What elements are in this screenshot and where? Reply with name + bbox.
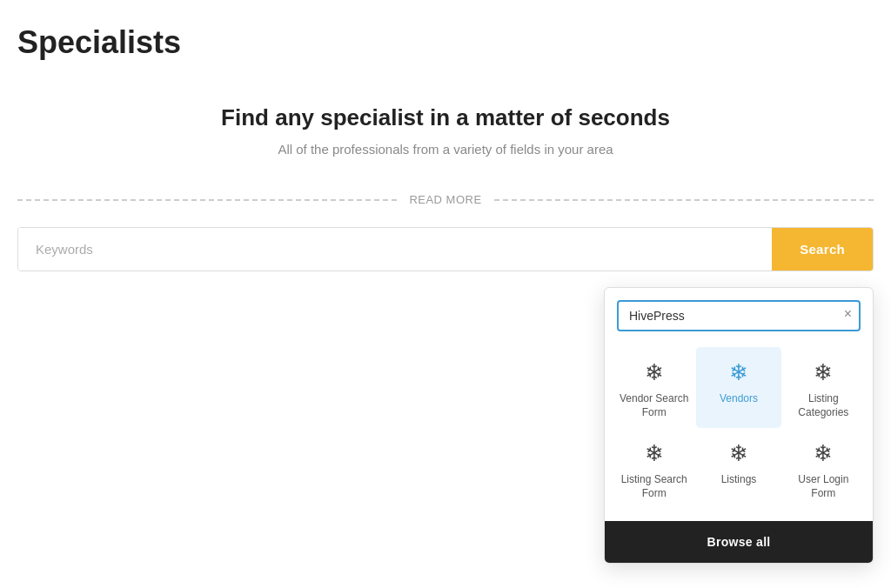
divider-line-left [17, 199, 397, 201]
keywords-input[interactable] [18, 228, 772, 271]
hero-section: Find any specialist in a matter of secon… [0, 78, 891, 193]
widget-label-vendors: Vendors [720, 392, 758, 406]
widget-label-listings: Listings [721, 473, 757, 487]
panel-search-clear-icon[interactable]: × [844, 307, 852, 321]
vendors-icon: ❄ [729, 359, 748, 386]
listing-categories-icon: ❄ [814, 359, 833, 386]
hero-heading: Find any specialist in a matter of secon… [17, 104, 874, 131]
vendor-search-form-icon: ❄ [645, 359, 664, 386]
widget-item-listing-categories[interactable]: ❄ Listing Categories [781, 347, 866, 428]
widget-label-listing-search-form: Listing Search Form [619, 473, 689, 500]
page-title: Specialists [0, 0, 891, 78]
read-more-divider: READ MORE [17, 193, 874, 206]
listing-search-form-icon: ❄ [645, 440, 664, 467]
divider-line-right [494, 199, 874, 201]
read-more-button[interactable]: READ MORE [397, 193, 493, 206]
widget-item-listings[interactable]: ❄ Listings [696, 428, 780, 509]
panel-search-input[interactable] [617, 300, 861, 331]
search-bar: Search [17, 227, 874, 271]
widget-item-user-login-form[interactable]: ❄ User Login Form [781, 428, 866, 509]
widget-label-vendor-search-form: Vendor Search Form [619, 392, 689, 419]
widget-panel: × ❄ Vendor Search Form ❄ Vendors ❄ Listi… [604, 287, 874, 564]
user-login-form-icon: ❄ [814, 440, 833, 467]
listings-icon: ❄ [729, 440, 748, 467]
widget-item-vendors[interactable]: ❄ Vendors [696, 347, 780, 428]
widget-item-vendor-search-form[interactable]: ❄ Vendor Search Form [612, 347, 696, 428]
browse-all-button[interactable]: Browse all [605, 521, 873, 563]
widget-grid: ❄ Vendor Search Form ❄ Vendors ❄ Listing… [605, 340, 873, 521]
hero-subtext: All of the professionals from a variety … [17, 142, 874, 157]
widget-label-user-login-form: User Login Form [788, 473, 859, 500]
search-button[interactable]: Search [772, 228, 873, 271]
panel-search-wrapper: × [605, 288, 873, 340]
widget-label-listing-categories: Listing Categories [788, 392, 859, 419]
widget-item-listing-search-form[interactable]: ❄ Listing Search Form [612, 428, 696, 509]
